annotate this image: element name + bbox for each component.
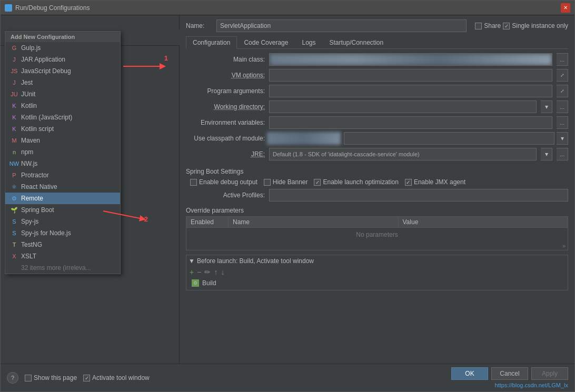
override-col-enabled: Enabled bbox=[186, 217, 229, 227]
hide-banner-item[interactable]: Hide Banner bbox=[264, 178, 308, 186]
dropdown-item-kotlin-script[interactable]: K Kotlin script bbox=[5, 123, 120, 135]
vm-options-input[interactable] bbox=[269, 69, 552, 82]
footer-buttons: OK Cancel Apply bbox=[451, 367, 568, 380]
activate-window-checkbox[interactable] bbox=[83, 375, 90, 381]
gulp-icon: G bbox=[11, 44, 18, 52]
window-title: Run/Debug Configurations bbox=[15, 4, 90, 12]
dropdown-item-nwjs[interactable]: NW NW.js bbox=[5, 158, 120, 169]
override-col-name: Name bbox=[229, 217, 399, 227]
launch-opt-item[interactable]: Enable launch optimization bbox=[314, 178, 398, 186]
main-class-input[interactable] bbox=[269, 53, 552, 66]
launch-opt-checkbox[interactable] bbox=[314, 179, 321, 186]
tab-configuration[interactable]: Configuration bbox=[186, 36, 237, 49]
working-dir-input[interactable] bbox=[269, 100, 537, 113]
share-label: Share bbox=[484, 22, 501, 29]
dropdown-item-junit[interactable]: JU JUnit bbox=[5, 88, 120, 100]
react-native-icon: ⚛ bbox=[11, 183, 18, 190]
hide-banner-checkbox[interactable] bbox=[264, 179, 271, 186]
collapse-icon[interactable]: ▼ bbox=[189, 257, 195, 265]
help-button[interactable]: ? bbox=[7, 372, 18, 384]
jmx-agent-item[interactable]: Enable JMX agent bbox=[405, 178, 465, 186]
xslt-icon: X bbox=[11, 253, 18, 260]
override-table: Enabled Name Value No parameters » bbox=[186, 216, 568, 250]
program-args-input[interactable] bbox=[269, 85, 552, 97]
right-panel: Name: Share Single instance only Configu… bbox=[180, 15, 574, 364]
apply-button[interactable]: Apply bbox=[531, 367, 568, 380]
show-page-checkbox[interactable] bbox=[25, 375, 32, 381]
override-col-value: Value bbox=[399, 217, 568, 227]
before-launch-section: ▼ Before launch: Build, Activate tool wi… bbox=[186, 255, 568, 290]
jre-input[interactable]: Default (1.8 - SDK of 'idatalight-cascad… bbox=[269, 148, 537, 160]
before-launch-down-btn[interactable]: ↓ bbox=[220, 268, 225, 276]
dropdown-item-spring-boot[interactable]: 🌱 Spring Boot bbox=[5, 204, 120, 216]
jmx-agent-checkbox[interactable] bbox=[405, 179, 412, 186]
dropdown-item-npm[interactable]: n npm bbox=[5, 146, 120, 158]
launch-opt-label: Enable launch optimization bbox=[323, 178, 398, 186]
dropdown-item-react-native[interactable]: ⚛ React Native bbox=[5, 181, 120, 193]
working-dir-dropdown-btn[interactable]: ▾ bbox=[541, 100, 552, 113]
ok-button[interactable]: OK bbox=[451, 367, 488, 380]
before-launch-add-btn[interactable]: + bbox=[189, 268, 195, 276]
main-class-more-btn[interactable]: … bbox=[557, 53, 568, 66]
env-vars-input[interactable] bbox=[269, 116, 552, 129]
tab-startup-connection[interactable]: Startup/Connection bbox=[322, 36, 390, 48]
dropdown-item-testng[interactable]: T TestNG bbox=[5, 239, 120, 250]
dropdown-item-more[interactable]: 32 items more (irrelevа... bbox=[5, 262, 120, 274]
debug-output-checkbox[interactable] bbox=[190, 179, 197, 186]
override-more: » bbox=[186, 242, 568, 250]
footer-left: ? Show this page Activate tool window bbox=[7, 372, 150, 384]
cancel-button[interactable]: Cancel bbox=[491, 367, 528, 380]
dropdown-item-gulp[interactable]: G Gulp.js bbox=[5, 42, 120, 54]
vm-options-expand-btn[interactable]: ⤢ bbox=[557, 69, 568, 82]
before-launch-remove-btn[interactable]: − bbox=[196, 268, 202, 276]
kotlin-js-icon: K bbox=[11, 114, 18, 121]
active-profiles-input[interactable] bbox=[269, 189, 568, 202]
dropdown-item-kotlin-js[interactable]: K Kotlin (JavaScript) bbox=[5, 112, 120, 123]
classpath-dropdown-btn[interactable]: ▾ bbox=[557, 132, 568, 145]
program-args-row: Program arguments: ⤢ bbox=[186, 85, 568, 97]
dropdown-item-protractor[interactable]: P Protractor bbox=[5, 169, 120, 181]
dropdown-item-maven[interactable]: M Maven bbox=[5, 135, 120, 146]
main-class-label: Main class: bbox=[186, 56, 265, 63]
debug-output-item[interactable]: Enable debug output bbox=[190, 178, 257, 186]
before-launch-edit-btn[interactable]: ✏ bbox=[203, 268, 212, 276]
activate-window-item[interactable]: Activate tool window bbox=[83, 374, 150, 381]
before-launch-header: ▼ Before launch: Build, Activate tool wi… bbox=[189, 257, 566, 265]
name-row: Name: Share Single instance only bbox=[186, 19, 568, 32]
single-instance-checkbox[interactable] bbox=[503, 23, 510, 29]
env-vars-more-btn[interactable]: … bbox=[557, 116, 568, 129]
npm-icon: n bbox=[11, 148, 18, 156]
jre-dropdown-btn[interactable]: ▾ bbox=[541, 148, 552, 160]
debug-output-label: Enable debug output bbox=[199, 178, 257, 186]
react-native-label: React Native bbox=[21, 183, 57, 190]
before-launch-up-btn[interactable]: ↑ bbox=[213, 268, 219, 276]
share-checkbox[interactable] bbox=[475, 23, 482, 29]
dropdown-item-spyjs[interactable]: S Spy-js bbox=[5, 216, 120, 227]
jre-more-btn[interactable]: … bbox=[557, 148, 568, 160]
dropdown-item-spyjs-node[interactable]: S Spy-js for Node.js bbox=[5, 227, 120, 239]
build-icon: ⚙ bbox=[192, 279, 199, 287]
tab-code-coverage[interactable]: Code Coverage bbox=[237, 36, 295, 48]
vm-options-row: VM options: ⤢ bbox=[186, 69, 568, 82]
dropdown-item-jar[interactable]: J JAR Application bbox=[5, 54, 120, 65]
left-panel: + − ⧉ ⚙ ↑ ↓ 📁 ⇅ ▶ ServletApplication Add… bbox=[1, 15, 180, 364]
dropdown-item-jsdebug[interactable]: JS JavaScript Debug bbox=[5, 65, 120, 77]
working-dir-row: Working directory: ▾ … bbox=[186, 100, 568, 113]
name-input[interactable] bbox=[216, 19, 467, 32]
program-args-expand-btn[interactable]: ⤢ bbox=[557, 85, 568, 97]
dropdown-item-remote[interactable]: ⚙ Remote bbox=[5, 193, 120, 204]
dropdown-item-xslt[interactable]: X XSLT bbox=[5, 250, 120, 262]
footer-checkboxes: Show this page Activate tool window bbox=[25, 374, 150, 381]
active-profiles-label: Active Profiles: bbox=[186, 192, 265, 199]
active-profiles-row: Active Profiles: bbox=[186, 189, 568, 202]
spyjs-node-icon: S bbox=[11, 229, 18, 237]
working-dir-more-btn[interactable]: … bbox=[557, 100, 568, 113]
tab-logs[interactable]: Logs bbox=[295, 36, 322, 48]
dropdown-item-kotlin[interactable]: K Kotlin bbox=[5, 100, 120, 112]
classpath-input[interactable] bbox=[344, 132, 554, 145]
show-page-item[interactable]: Show this page bbox=[25, 374, 77, 381]
footer-url: https://blog.csdn.net/LGM_lx bbox=[495, 382, 568, 388]
dropdown-item-jest[interactable]: J Jest bbox=[5, 77, 120, 88]
close-button[interactable]: ✕ bbox=[561, 3, 570, 13]
build-item[interactable]: ⚙ Build bbox=[189, 278, 566, 288]
